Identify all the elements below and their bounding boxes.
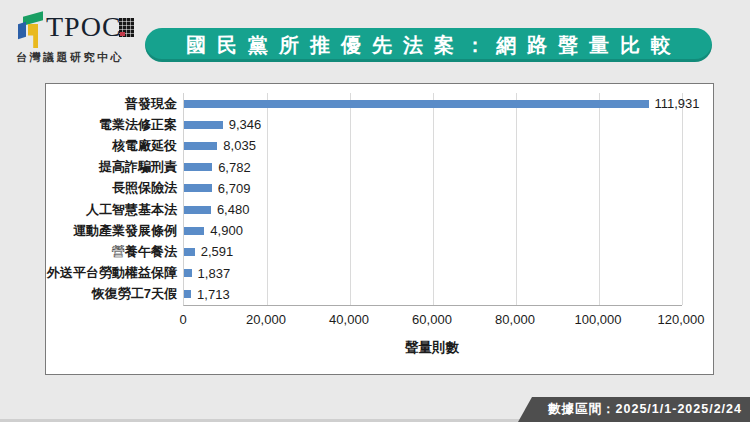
category-label: 外送平台勞動權益保障 (50, 263, 177, 284)
qr-code-icon (119, 18, 134, 37)
bar-rows: 111,9319,3468,0356,7826,7096,4804,9002,5… (184, 93, 682, 305)
chart-title: 國民黨所推優先法案：網路聲量比較 (175, 32, 682, 59)
bar-row: 6,480 (184, 199, 682, 220)
category-label: 人工智慧基本法 (50, 199, 177, 220)
category-label: 提高詐騙刑責 (50, 157, 177, 178)
tpoc-logo-subtitle: 台灣議題研究中心 (16, 50, 141, 65)
value-label: 2,591 (201, 245, 234, 258)
tpoc-logo-text: TPOC (46, 12, 122, 42)
value-label: 1,713 (197, 288, 230, 301)
x-tick-label: 0 (179, 312, 186, 327)
bar-row: 1,713 (184, 284, 682, 305)
category-label: 營養午餐法 (50, 241, 177, 262)
bar-row: 9,346 (184, 114, 682, 135)
bar-row: 8,035 (184, 135, 682, 156)
category-label: 恢復勞工7天假 (50, 284, 177, 305)
bar (184, 184, 212, 192)
value-label: 111,931 (655, 97, 700, 110)
value-label: 8,035 (223, 139, 256, 152)
gridline (682, 93, 683, 305)
x-tick-label: 20,000 (246, 312, 286, 327)
tpoc-logo: TPOC 台灣議題研究中心 (16, 10, 141, 68)
bar (184, 290, 191, 298)
chart-title-banner: 國民黨所推優先法案：網路聲量比較 (145, 28, 712, 62)
category-label: 長照保險法 (50, 178, 177, 199)
category-label: 運動產業發展條例 (50, 220, 177, 241)
bar-row: 2,591 (184, 241, 682, 262)
x-tick-label: 40,000 (329, 312, 369, 327)
bar-row: 6,709 (184, 178, 682, 199)
x-axis-ticks: 020,00040,00060,00080,000100,000120,000 (183, 312, 681, 328)
bar-row: 4,900 (184, 220, 682, 241)
value-label: 6,782 (218, 161, 251, 174)
category-label: 電業法修正案 (50, 114, 177, 135)
value-label: 4,900 (210, 224, 243, 237)
bar (184, 227, 204, 235)
bar (184, 248, 195, 256)
value-label: 6,480 (217, 203, 250, 216)
bar (184, 100, 649, 108)
bar (184, 142, 217, 150)
bar (184, 121, 223, 129)
value-label: 6,709 (218, 182, 251, 195)
x-tick-label: 60,000 (412, 312, 452, 327)
data-range-label: 數據區間：2025/1/1-2025/2/24 (548, 401, 742, 418)
category-labels: 普發現金電業法修正案核電廠延役提高詐騙刑責長照保險法人工智慧基本法運動產業發展條… (50, 93, 177, 305)
bar-row: 6,782 (184, 157, 682, 178)
value-label: 9,346 (229, 118, 262, 131)
bar-row: 111,931 (184, 93, 682, 114)
bar (184, 269, 192, 277)
bar (184, 163, 212, 171)
plot-area: 111,9319,3468,0356,7826,7096,4804,9002,5… (183, 93, 682, 306)
x-tick-label: 120,000 (658, 312, 705, 327)
category-label: 普發現金 (50, 93, 177, 114)
data-range-band: 數據區間：2025/1/1-2025/2/24 (518, 397, 750, 422)
infographic-page: TPOC 台灣議題研究中心 國民黨所推優先法案：網路聲量比較 普發現金電業法修正… (0, 0, 750, 422)
bar-row: 1,837 (184, 263, 682, 284)
tpoc-logo-mark-icon (18, 14, 48, 50)
value-label: 1,837 (198, 267, 231, 280)
x-tick-label: 80,000 (495, 312, 535, 327)
category-label: 核電廠延役 (50, 135, 177, 156)
x-axis-label: 聲量則數 (183, 339, 681, 357)
chart-box: 普發現金電業法修正案核電廠延役提高詐騙刑責長照保險法人工智慧基本法運動產業發展條… (45, 83, 714, 375)
bar (184, 206, 211, 214)
x-tick-label: 100,000 (575, 312, 622, 327)
